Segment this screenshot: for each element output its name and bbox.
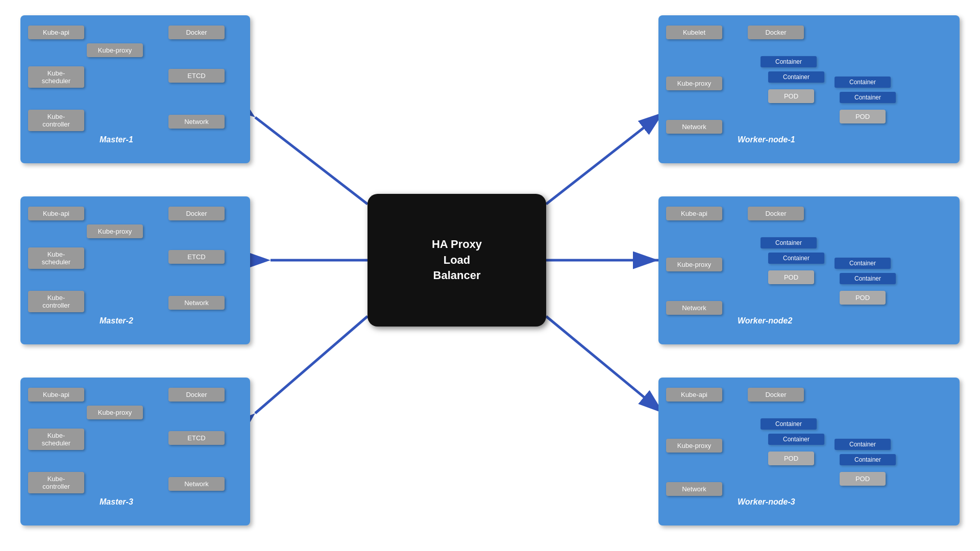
network-w3: Network — [666, 482, 722, 496]
docker-w1: Docker — [748, 26, 804, 39]
kubelet-w1: Kubelet — [666, 26, 722, 39]
master-3-label: Master-3 — [100, 497, 133, 507]
docker-w3: Docker — [748, 388, 804, 402]
pod-1-w2: POD — [768, 270, 814, 284]
container-3-w2: Container — [835, 258, 891, 269]
worker-2-box: Kube-api Docker Kube-proxy Network Conta… — [658, 196, 960, 344]
master-1-box: Kube-api Kube-proxy Kube-scheduler Kube-… — [20, 15, 250, 163]
kube-proxy-m1: Kube-proxy — [87, 43, 143, 57]
docker-w2: Docker — [748, 207, 804, 220]
pod-1-w3: POD — [768, 452, 814, 465]
kube-proxy-w2: Kube-proxy — [666, 258, 722, 271]
kube-scheduler-m3: Kube-scheduler — [28, 429, 84, 450]
worker-3-label: Worker-node-3 — [738, 497, 795, 507]
kube-controller-m3: Kube-controller — [28, 472, 84, 493]
container-2-w1: Container — [768, 71, 824, 83]
container-4-w1: Container — [840, 92, 896, 103]
svg-line-2 — [255, 117, 368, 204]
network-m1: Network — [168, 115, 225, 129]
diagram-container: HA Proxy Load Balancer Kube-api Kube-pro… — [0, 0, 980, 551]
ha-proxy-box: HA Proxy Load Balancer — [368, 194, 546, 327]
kube-scheduler-m2: Kube-scheduler — [28, 247, 84, 269]
network-m2: Network — [168, 296, 225, 310]
kube-api-m3: Kube-api — [28, 388, 84, 402]
pod-2-w3: POD — [840, 472, 886, 486]
container-2-w2: Container — [768, 253, 824, 264]
kube-proxy-w1: Kube-proxy — [666, 77, 722, 90]
master-1-label: Master-1 — [100, 135, 133, 144]
kube-proxy-m2: Kube-proxy — [87, 224, 143, 238]
ha-proxy-label: HA Proxy Load Balancer — [432, 237, 482, 284]
master-2-box: Kube-api Kube-proxy Kube-scheduler Kube-… — [20, 196, 250, 344]
network-w2: Network — [666, 301, 722, 315]
docker-m2: Docker — [168, 207, 225, 220]
kube-controller-m1: Kube-controller — [28, 110, 84, 131]
container-3-w3: Container — [835, 439, 891, 450]
svg-line-7 — [546, 316, 664, 413]
container-4-w3: Container — [840, 454, 896, 465]
docker-m1: Docker — [168, 26, 225, 39]
kube-proxy-w3: Kube-proxy — [666, 439, 722, 453]
kube-proxy-m3: Kube-proxy — [87, 406, 143, 419]
pod-2-w2: POD — [840, 291, 886, 305]
container-4-w2: Container — [840, 273, 896, 284]
worker-1-box: Kubelet Docker Kube-proxy Network Contai… — [658, 15, 960, 163]
etcd-m3: ETCD — [168, 431, 225, 445]
etcd-m2: ETCD — [168, 250, 225, 264]
kube-api-m1: Kube-api — [28, 26, 84, 39]
worker-2-label: Worker-node2 — [738, 316, 792, 325]
docker-m3: Docker — [168, 388, 225, 402]
network-m3: Network — [168, 477, 225, 491]
pod-2-w1: POD — [840, 110, 886, 123]
kube-scheduler-m1: Kube-scheduler — [28, 66, 84, 88]
kube-controller-m2: Kube-controller — [28, 291, 84, 312]
container-1-w3: Container — [761, 418, 817, 430]
worker-1-label: Worker-node-1 — [738, 135, 795, 144]
container-1-w2: Container — [761, 237, 817, 248]
container-2-w3: Container — [768, 434, 824, 445]
master-2-label: Master-2 — [100, 316, 133, 325]
kube-api-m2: Kube-api — [28, 207, 84, 220]
worker-3-box: Kube-api Docker Kube-proxy Network Conta… — [658, 378, 960, 525]
kube-api-w3: Kube-api — [666, 388, 722, 402]
svg-line-5 — [546, 112, 664, 204]
network-w1: Network — [666, 120, 722, 134]
master-3-box: Kube-api Kube-proxy Kube-scheduler Kube-… — [20, 378, 250, 525]
svg-line-4 — [255, 316, 368, 413]
etcd-m1: ETCD — [168, 69, 225, 83]
container-1-w1: Container — [761, 56, 817, 67]
pod-1-w1: POD — [768, 89, 814, 103]
container-3-w1: Container — [835, 77, 891, 88]
kube-api-w2: Kube-api — [666, 207, 722, 220]
